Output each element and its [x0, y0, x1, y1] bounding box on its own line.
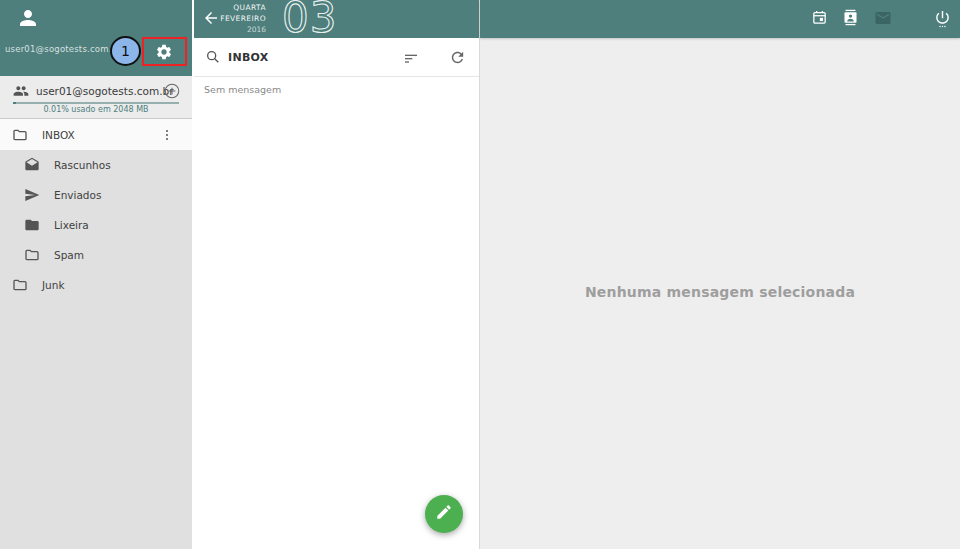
- add-circle-icon[interactable]: [163, 82, 181, 100]
- sidebar-item-lixeira[interactable]: Lixeira: [0, 210, 192, 240]
- folder-label: INBOX: [42, 129, 75, 141]
- folder-list: INBOX Rascunhos Enviados: [0, 118, 192, 549]
- annotation-step-badge: 1: [110, 36, 141, 66]
- date-weekday: QUARTA: [194, 3, 266, 12]
- annotation-step-number: 1: [121, 43, 130, 59]
- quota-usage-text: 0.01% usado em 2048 MB: [0, 105, 192, 114]
- folder-label: Lixeira: [54, 219, 89, 231]
- sidebar-item-junk[interactable]: Junk: [0, 270, 192, 300]
- message-viewer-panel: Nenhuma mensagem selecionada: [480, 0, 960, 549]
- viewer-empty-text: Nenhuma mensagem selecionada: [480, 284, 960, 300]
- power-icon[interactable]: [934, 9, 953, 30]
- date-day-number: 03: [282, 0, 337, 40]
- quota-progress-bar: [13, 102, 179, 104]
- sogo-mail-app: user01@sogotests.com.br 1 user01@sogotes…: [0, 0, 960, 549]
- folder-label: Spam: [54, 249, 84, 261]
- mailbox-name-label: INBOX: [228, 51, 269, 64]
- folder-label: Rascunhos: [54, 159, 111, 171]
- mailbox-search-bar[interactable]: INBOX: [194, 38, 479, 77]
- refresh-icon[interactable]: [449, 49, 466, 66]
- calendar-icon[interactable]: [811, 9, 830, 30]
- sidebar-item-rascunhos[interactable]: Rascunhos: [0, 150, 192, 180]
- sidebar-item-spam[interactable]: Spam: [0, 240, 192, 270]
- folder-label: Enviados: [54, 189, 101, 201]
- sidebar-account-header: user01@sogotests.com.br 1: [0, 0, 192, 76]
- date-block: QUARTA FEVEREIRO 2016: [194, 3, 266, 34]
- sort-icon[interactable]: [403, 50, 419, 66]
- contacts-icon[interactable]: [842, 9, 861, 30]
- message-list-empty-text: Sem mensagem: [204, 84, 281, 95]
- account-email: user01@sogotests.com.br: [36, 85, 173, 97]
- date-year: 2016: [194, 25, 266, 34]
- kebab-menu-icon[interactable]: [160, 127, 174, 143]
- folder-label: Junk: [42, 279, 65, 291]
- sidebar-item-enviados[interactable]: Enviados: [0, 180, 192, 210]
- person-icon: [16, 6, 40, 30]
- people-icon: [13, 83, 29, 99]
- drafts-icon: [24, 157, 40, 173]
- sidebar-item-inbox[interactable]: INBOX: [0, 119, 192, 150]
- viewer-toolbar: [480, 0, 960, 38]
- list-header: QUARTA FEVEREIRO 2016 03: [194, 0, 479, 38]
- account-block: user01@sogotests.com.br 0.01% usado em 2…: [0, 76, 192, 118]
- annotation-highlight-rect: [142, 37, 187, 66]
- account-row[interactable]: user01@sogotests.com.br: [0, 80, 192, 102]
- date-month: FEVEREIRO: [194, 14, 266, 23]
- folder-outline-icon: [24, 247, 40, 263]
- folder-outline-icon: [12, 277, 28, 293]
- message-list-column: QUARTA FEVEREIRO 2016 03 INBOX Sem mensa…: [192, 0, 480, 549]
- folder-outline-icon: [12, 127, 28, 143]
- sidebar: user01@sogotests.com.br 1 user01@sogotes…: [0, 0, 192, 549]
- folder-filled-icon: [24, 217, 40, 233]
- compose-pencil-icon: [435, 503, 453, 525]
- compose-button[interactable]: [425, 495, 463, 533]
- search-icon: [205, 49, 221, 65]
- mail-icon[interactable]: [874, 9, 893, 30]
- send-icon: [24, 187, 40, 203]
